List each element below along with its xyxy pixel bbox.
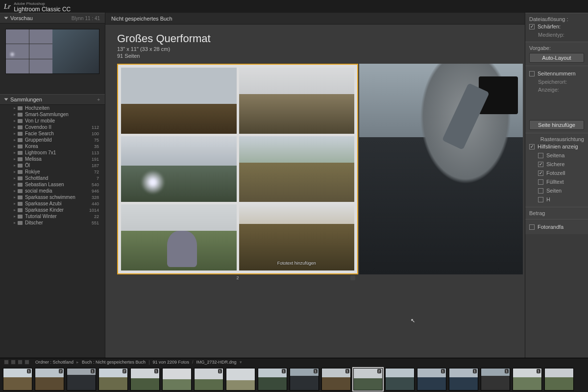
filmstrip-thumb[interactable]: 1: [321, 368, 351, 391]
book-dimensions: 13" x 11" (33 x 28 cm): [117, 46, 513, 52]
right-page[interactable]: 3: [359, 64, 523, 274]
caption-placeholder[interactable]: Fototext hinzufügen: [277, 261, 316, 266]
page-numbers-checkbox[interactable]: [529, 71, 535, 76]
current-filename: IMG_2732-HDR.dng: [196, 360, 237, 365]
usage-badge: 1: [91, 369, 95, 373]
auto-layout-button[interactable]: Auto-Layout: [529, 53, 584, 63]
photo-cell[interactable]: [121, 136, 237, 202]
collections-list[interactable]: ▸Hochzeiten▸Smart-Sammlungen▸Von Lr mobi…: [0, 105, 105, 392]
folder-icon: [18, 125, 23, 129]
page-options-icon[interactable]: [350, 275, 355, 280]
add-page-button[interactable]: Seite hinzufüge: [529, 120, 584, 130]
collection-item[interactable]: ▸Covendoo II112: [0, 124, 105, 130]
folder-icon: [18, 113, 23, 117]
collection-item[interactable]: ▸Smart-Sammlungen: [0, 111, 105, 118]
collection-item[interactable]: ▸Korea35: [0, 143, 105, 149]
left-page[interactable]: Fototext hinzufügen 2: [117, 64, 358, 274]
preview-panel-head[interactable]: Vorschau Blynn 11 : 41: [0, 13, 105, 24]
main-canvas: Nicht gespeichertes Buch Großes Querform…: [105, 13, 525, 392]
collection-item[interactable]: ▸Sparkasse Kinder1014: [0, 207, 105, 213]
collection-item[interactable]: ▸Facie Search100: [0, 130, 105, 137]
collection-item[interactable]: ▸social media946: [0, 188, 105, 194]
guides-checkbox[interactable]: [529, 144, 535, 149]
collection-item[interactable]: ▸Gruppenbild75: [0, 137, 105, 143]
folder-icon: [18, 138, 23, 142]
collection-item[interactable]: ▸Schottland7: [0, 175, 105, 181]
filmstrip-thumb[interactable]: 2: [35, 368, 64, 391]
collection-item[interactable]: ▸Hochzeiten: [0, 105, 105, 111]
collection-item[interactable]: ▸Rokiye72: [0, 169, 105, 175]
folder-icon: [18, 145, 23, 148]
photo-border-checkbox[interactable]: [529, 224, 535, 230]
book-header: Großes Querformat 13" x 11" (33 x 28 cm)…: [105, 24, 525, 64]
usage-badge: 1: [218, 369, 222, 373]
filmstrip-thumb[interactable]: 1: [194, 368, 223, 391]
collection-item[interactable]: ▸Sparkasse schwimmen328: [0, 194, 105, 200]
collection-item[interactable]: ▸Lightroom 7x1113: [0, 149, 105, 156]
collection-item[interactable]: ▸Ditscher551: [0, 220, 105, 226]
folder-icon: [18, 183, 23, 187]
folder-icon: [18, 202, 23, 206]
filmstrip-thumb[interactable]: 1: [130, 368, 160, 391]
filmstrip-view-icons[interactable]: [4, 360, 29, 365]
filmstrip-thumb[interactable]: 1: [513, 368, 542, 391]
usage-badge: 2: [122, 369, 126, 373]
filmstrip-thumb[interactable]: 1: [290, 368, 319, 391]
guide-h-checkbox[interactable]: [538, 197, 543, 202]
photo-cell[interactable]: [121, 204, 237, 270]
display-label: Anzeige:: [529, 86, 584, 94]
collection-item[interactable]: ▸Sebastian Lassen540: [0, 181, 105, 188]
usage-badge: 2: [377, 369, 381, 373]
folder-icon: [18, 119, 23, 123]
sharpen-checkbox[interactable]: [529, 24, 535, 29]
preview-thumbnail[interactable]: [0, 24, 105, 79]
guide-safe-checkbox[interactable]: [538, 162, 543, 167]
filmstrip-thumb[interactable]: 1: [3, 368, 32, 391]
filmstrip-thumb[interactable]: 1: [258, 368, 287, 391]
filmstrip-thumb[interactable]: [385, 368, 415, 391]
filmstrip[interactable]: 12121111121111: [0, 366, 588, 392]
add-collection-button[interactable]: +: [97, 97, 100, 102]
filmstrip-thumb[interactable]: 1: [67, 368, 96, 391]
usage-badge: 1: [505, 369, 509, 373]
folder-icon: [18, 157, 23, 161]
guide-cells-checkbox[interactable]: [538, 171, 543, 176]
photo-cell[interactable]: [359, 64, 523, 274]
folder-icon: [18, 215, 23, 219]
collection-item[interactable]: ▸Öl187: [0, 162, 105, 169]
photo-cell[interactable]: [239, 68, 355, 134]
folder-icon: [18, 170, 23, 174]
collections-panel-head[interactable]: Sammlungen +: [0, 94, 105, 105]
usage-badge: 1: [314, 369, 318, 373]
book-tab[interactable]: Nicht gespeichertes Buch: [105, 13, 525, 24]
cursor-icon: ↖: [411, 318, 415, 324]
guide-page-checkbox[interactable]: [538, 153, 543, 158]
title-bar: Lr Adobe Photoshop Lightroom Classic CC: [0, 0, 588, 13]
folder-icon: [18, 106, 23, 110]
filmstrip-thumb[interactable]: [544, 368, 574, 391]
filmstrip-thumb[interactable]: [162, 368, 192, 391]
filmstrip-thumb[interactable]: 1: [449, 368, 478, 391]
grid-alignment-label: Rasterausrichtung: [529, 136, 584, 142]
breadcrumb-folder[interactable]: Ordner : Schottland: [35, 360, 74, 365]
page-spread[interactable]: Fototext hinzufügen 2 3: [117, 64, 523, 274]
filmstrip-thumb[interactable]: [226, 368, 255, 391]
amount-label: Betrag: [529, 210, 584, 216]
collection-item[interactable]: ▸Sparkasse Azubi440: [0, 200, 105, 207]
guide-fill-checkbox[interactable]: [538, 179, 543, 185]
filmstrip-thumb[interactable]: 1: [481, 368, 510, 391]
filmstrip-thumb[interactable]: 2: [98, 368, 128, 391]
filmstrip-thumb[interactable]: 1: [417, 368, 446, 391]
folder-icon: [18, 176, 23, 180]
photo-cell[interactable]: [239, 136, 355, 202]
collection-item[interactable]: ▸Melissa191: [0, 156, 105, 162]
collection-item[interactable]: ▸Tutorial Winter22: [0, 213, 105, 220]
guide-pp-checkbox[interactable]: [538, 188, 543, 194]
folder-icon: [18, 221, 23, 225]
preset-label: Vorgabe:: [529, 45, 584, 51]
photo-cell[interactable]: [121, 68, 237, 134]
breadcrumb-book[interactable]: Buch : Nicht gespeichertes Buch: [82, 360, 146, 365]
photo-cell[interactable]: Fototext hinzufügen: [239, 204, 355, 270]
filmstrip-thumb[interactable]: 2: [353, 368, 383, 391]
collection-item[interactable]: ▸Von Lr mobile: [0, 118, 105, 124]
